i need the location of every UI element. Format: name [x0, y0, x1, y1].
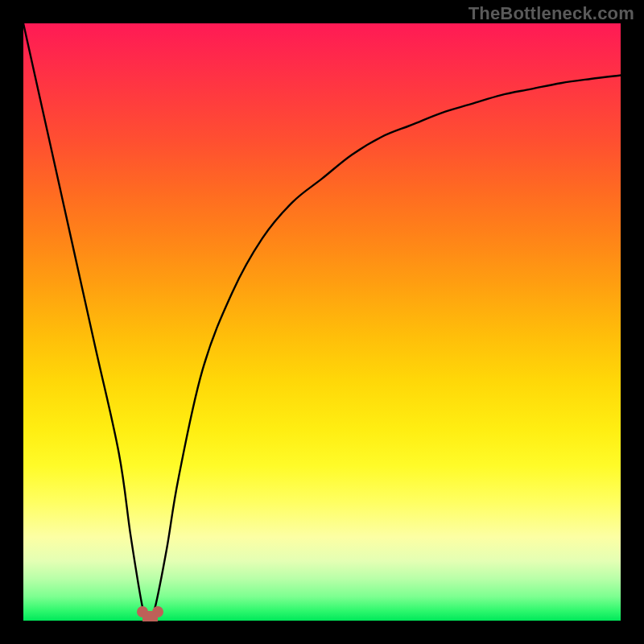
plot-area	[23, 23, 621, 621]
watermark-text: TheBottleneck.com	[469, 3, 634, 24]
chart-frame: TheBottleneck.com	[0, 0, 644, 644]
bottleneck-curve	[23, 23, 621, 621]
optimum-marker-bridge	[142, 611, 158, 621]
